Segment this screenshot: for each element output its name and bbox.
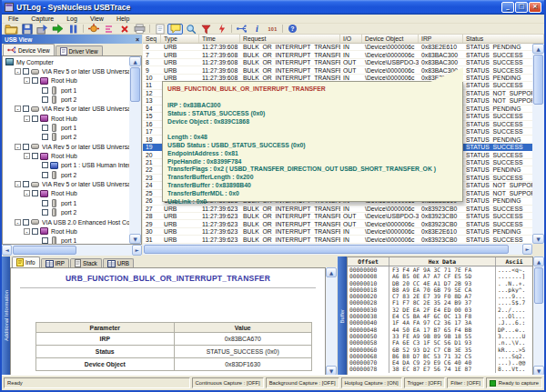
start-capture-button[interactable] (50, 24, 66, 35)
tree-item-root-hub[interactable]: -Root Hub (3, 76, 129, 85)
column-header-type[interactable]: Type (161, 35, 199, 43)
tree-item-via-rev-5-or-later-usb-universal-host-c[interactable]: -VIA Rev 5 or later USB Universal Host C (3, 66, 129, 75)
info-view-toggle-button[interactable]: i (249, 24, 265, 35)
tree-checkbox[interactable] (42, 96, 48, 103)
scroll-thumb[interactable] (144, 245, 509, 254)
close-icon[interactable]: × (529, 2, 541, 13)
tree-item-my-computer[interactable]: My Computer (3, 57, 129, 66)
open-log-button[interactable] (4, 24, 19, 35)
column-header-request[interactable]: Request (240, 35, 340, 43)
tree-item-port-1[interactable]: port 1 (3, 236, 129, 244)
panel-close-icon[interactable]: × (136, 36, 139, 43)
tree-item-via-rev-5-or-later-usb-universal-host-c[interactable]: -VIA Rev 5 or later USB Universal Host C (3, 179, 129, 188)
tree-vertical-scrollbar[interactable]: ▲ ▼ (129, 56, 141, 244)
scroll-thumb[interactable] (534, 267, 543, 304)
scroll-thumb[interactable] (533, 55, 543, 105)
menu-file[interactable]: File (2, 15, 25, 22)
hotplug-capture-button[interactable] (86, 24, 101, 35)
tree-expander-icon[interactable]: - (15, 219, 21, 226)
tab-device-view[interactable]: Device View (3, 44, 55, 55)
scroll-down-icon[interactable]: ▼ (532, 234, 544, 244)
tree-checkbox[interactable] (42, 125, 48, 131)
titlebar[interactable]: UTLog - SysNucleus USBTrace _ □ × (2, 0, 544, 15)
column-header-seq[interactable]: Seq (143, 35, 161, 43)
log-row[interactable]: 8URB11:27:39:608BULK_OR_INTERRUPT_TRANSF… (143, 59, 532, 66)
filter-button[interactable] (198, 24, 214, 35)
scroll-up-icon[interactable]: ▲ (129, 56, 141, 66)
tree-item-port-1-usb-human-interface-d[interactable]: port 1 : USB Human Interface D (3, 161, 129, 170)
tree-expander-icon[interactable]: - (15, 181, 21, 187)
tree-expander-icon[interactable]: - (15, 144, 21, 150)
scroll-thumb[interactable] (130, 67, 140, 102)
trigger-button[interactable] (214, 24, 229, 35)
tree-expander-icon[interactable]: - (24, 190, 30, 196)
tree-checkbox[interactable] (42, 134, 48, 140)
tree-checkbox[interactable] (23, 181, 29, 187)
scroll-up-icon[interactable]: ▲ (533, 256, 544, 266)
tree-item-port-2[interactable]: port 2 (3, 170, 129, 179)
menu-capture[interactable]: Capture (25, 15, 60, 22)
scroll-up-icon[interactable]: ▲ (532, 44, 544, 54)
tab-urb[interactable]: URB (103, 258, 134, 267)
tree-checkbox[interactable] (23, 68, 29, 75)
log-row[interactable]: 6URB11:27:39:608BULK_OR_INTERRUPT_TRANSF… (143, 44, 532, 51)
log-row[interactable]: 7URB11:27:39:608BULK_OR_INTERRUPT_TRANSF… (143, 51, 532, 58)
tree-expander-icon[interactable]: - (15, 106, 21, 112)
tab-stack[interactable]: Stack (70, 258, 102, 267)
log-row[interactable]: 9URB11:27:39:608BULK_OR_INTERRUPT_TRANSF… (143, 66, 532, 74)
info-vertical-scrollbar[interactable]: ▲ ▼ (326, 267, 337, 376)
log-vertical-scrollbar[interactable]: ▲ ▼ (532, 44, 544, 244)
log-horizontal-scrollbar[interactable]: ► (143, 244, 532, 255)
tab-irp[interactable]: IRP (41, 258, 70, 267)
log-row[interactable]: 30URB11:27:39:623BULK_OR_INTERRUPT_TRANS… (143, 228, 532, 236)
tree-checkbox[interactable] (32, 153, 38, 159)
print-log-button[interactable] (132, 24, 147, 35)
help-button[interactable]: ? (285, 24, 300, 35)
save-log-button[interactable] (19, 24, 35, 35)
scroll-left-icon[interactable]: ◄ (2, 245, 12, 256)
tree-item-via-usb-2-0-enhanced-host-controller[interactable]: -VIA USB 2.0 Enhanced Host Controller (3, 217, 129, 226)
tree-checkbox[interactable] (32, 228, 38, 235)
tree-checkbox[interactable] (32, 190, 38, 196)
tree-horizontal-scrollbar[interactable]: ◄ ► (2, 245, 142, 256)
tree-item-port-1[interactable]: port 1 (3, 198, 129, 207)
tree-checkbox[interactable] (23, 144, 29, 150)
tree-checkbox[interactable] (23, 219, 29, 226)
tree-checkbox[interactable] (42, 237, 48, 244)
menu-log[interactable]: Log (60, 15, 84, 22)
log-row[interactable]: 27URB11:27:39:623BULK_OR_INTERRUPT_TRANS… (143, 206, 532, 213)
binary-view-toggle-button[interactable]: 101 (265, 24, 280, 35)
tree-item-port-2[interactable]: port 2 (3, 208, 129, 217)
tree-checkbox[interactable] (42, 200, 48, 206)
tree-item-root-hub[interactable]: -Root Hub (3, 189, 129, 198)
tree-checkbox[interactable] (42, 162, 48, 168)
tree-item-via-rev-5-or-later-usb-universal-host-c[interactable]: -VIA Rev 5 or later USB Universal Host C (3, 105, 129, 114)
minimize-icon[interactable]: _ (501, 2, 514, 13)
scroll-up-icon[interactable]: ▲ (326, 267, 337, 277)
tree-item-via-rev-5-or-later-usb-universal-host-c[interactable]: -VIA Rev 5 or later USB Universal Host C (3, 142, 129, 151)
menu-view[interactable]: View (84, 15, 110, 22)
clear-log-button[interactable] (116, 24, 132, 35)
buffer-vertical-scrollbar[interactable]: ▲ ▼ (533, 256, 544, 376)
buffer-strip[interactable]: Buffer (338, 256, 347, 376)
log-row[interactable]: 28URB11:27:39:623BULK_OR_INTERRUPT_TRANS… (143, 213, 532, 220)
tree-checkbox[interactable] (32, 116, 38, 122)
column-header-status[interactable]: Status (463, 35, 544, 43)
log-options-button[interactable] (101, 24, 116, 35)
tree-checkbox[interactable] (42, 172, 48, 178)
export-log-button[interactable] (35, 24, 50, 35)
find-button[interactable] (183, 24, 198, 35)
tooltip-toggle-button[interactable] (167, 24, 183, 35)
tree-item-port-2[interactable]: port 2 (3, 133, 129, 142)
column-header-i-o[interactable]: I/O (340, 35, 362, 43)
usb-view-toggle-button[interactable] (234, 24, 249, 35)
tree-expander-icon[interactable]: - (24, 153, 30, 159)
pause-capture-button[interactable] (66, 24, 81, 35)
tree-checkbox[interactable] (42, 209, 48, 216)
tree-expander-icon[interactable]: - (15, 68, 21, 75)
additional-information-strip[interactable]: Additional Information (2, 256, 10, 376)
menu-help[interactable]: Help (110, 15, 136, 22)
tab-info[interactable]: Info (12, 256, 40, 267)
scroll-right-icon[interactable]: ► (522, 244, 532, 255)
tree-item-root-hub[interactable]: -Root Hub (3, 226, 129, 236)
